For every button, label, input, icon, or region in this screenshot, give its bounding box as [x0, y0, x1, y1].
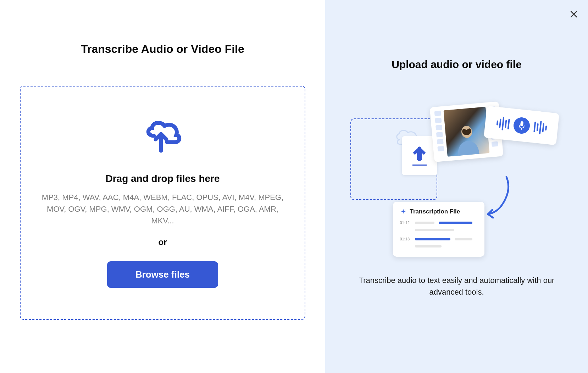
svg-line-2	[521, 128, 521, 130]
upload-document-illustration	[402, 136, 437, 175]
supported-formats-text: MP3, MP4, WAV, AAC, M4A, WEBM, FLAC, OPU…	[39, 191, 287, 227]
sparkle-icon	[400, 208, 406, 215]
right-panel-description: Transcribe audio to text easily and auto…	[356, 274, 558, 298]
left-panel: Transcribe Audio or Video File Drag and …	[0, 0, 325, 373]
close-button[interactable]	[568, 9, 579, 20]
browse-files-button[interactable]: Browse files	[107, 261, 218, 288]
page-title: Transcribe Audio or Video File	[81, 43, 244, 56]
right-panel: Upload audio or video file	[325, 0, 588, 373]
curved-arrow-icon	[485, 175, 514, 221]
or-separator-text: or	[159, 237, 167, 247]
transcription-card-title: Transcription File	[410, 208, 460, 215]
video-thumbnail-image	[443, 107, 489, 157]
cloud-upload-icon	[142, 118, 184, 154]
waveform-left	[495, 116, 510, 131]
upload-arrow-icon	[413, 146, 426, 162]
upload-line	[412, 165, 427, 166]
drag-drop-text: Drag and drop files here	[105, 173, 220, 184]
close-icon	[570, 10, 578, 18]
file-dropzone[interactable]: Drag and drop files here MP3, MP4, WAV, …	[20, 86, 305, 320]
transcription-timestamp: 01:12	[400, 221, 411, 225]
illustration-area: Transcription File 01:12 — 01:13 —	[350, 101, 563, 250]
microphone-icon	[512, 117, 531, 135]
film-strip-left	[434, 111, 444, 157]
svg-rect-1	[520, 121, 523, 127]
transcription-file-illustration: Transcription File 01:12 — 01:13 —	[393, 202, 484, 257]
transcription-timestamp: 01:13	[400, 237, 411, 241]
right-panel-title: Upload audio or video file	[392, 59, 522, 71]
waveform-right	[533, 120, 547, 135]
